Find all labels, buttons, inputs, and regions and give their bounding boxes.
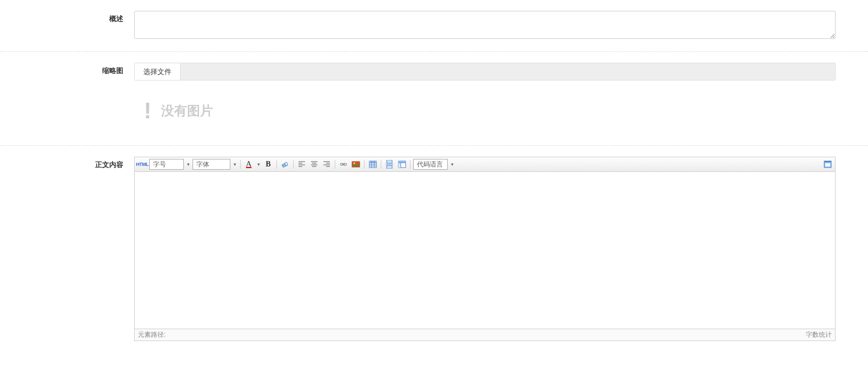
code-language-dropdown-arrow[interactable]: ▾: [449, 159, 455, 170]
forecolor-dropdown-arrow[interactable]: ▾: [256, 159, 261, 170]
code-language-label: 代码语言: [417, 160, 443, 169]
chevron-down-icon: ▾: [450, 162, 454, 167]
code-language-select[interactable]: 代码语言: [413, 159, 448, 170]
pagebreak-button[interactable]: [384, 159, 395, 170]
font-size-label: 字号: [153, 160, 166, 169]
align-center-icon: [310, 161, 318, 168]
word-count[interactable]: 字数统计: [806, 330, 832, 339]
content-label: 正文内容: [0, 157, 134, 341]
thumbnail-label: 缩略图: [0, 63, 134, 135]
html-icon: HTML: [136, 162, 149, 167]
summary-row: 概述: [0, 0, 868, 52]
font-family-label: 字体: [196, 160, 209, 169]
svg-rect-36: [825, 163, 830, 166]
editor-toolbar: HTML 字号 ▾ 字体 ▾ A ▾: [135, 157, 835, 172]
thumbnail-row: 缩略图 选择文件 ! 没有图片: [0, 52, 868, 146]
eraser-icon: [281, 160, 289, 169]
toolbar-separator: [276, 160, 277, 169]
toolbar-separator: [293, 160, 294, 169]
element-path: 元素路径:: [138, 330, 165, 339]
insert-image-button[interactable]: [350, 159, 361, 170]
svg-rect-31: [399, 163, 401, 168]
align-left-button[interactable]: [296, 159, 307, 170]
svg-rect-27: [387, 165, 392, 169]
source-html-button[interactable]: HTML: [137, 159, 148, 170]
toolbar-separator: [364, 160, 365, 169]
align-left-icon: [298, 161, 306, 168]
font-size-dropdown-arrow[interactable]: ▾: [185, 159, 191, 170]
editor-content-area[interactable]: [135, 172, 835, 329]
svg-point-18: [354, 163, 355, 164]
chevron-down-icon: ▾: [256, 162, 261, 167]
link-button[interactable]: [338, 159, 349, 170]
eraser-button[interactable]: [280, 159, 290, 170]
insert-table-button[interactable]: [367, 159, 378, 170]
font-family-dropdown-arrow[interactable]: ▾: [232, 159, 237, 170]
choose-file-button[interactable]: 选择文件: [135, 63, 181, 80]
align-right-button[interactable]: [321, 159, 332, 170]
template-icon: [398, 161, 406, 168]
no-image-placeholder: ! 没有图片: [134, 81, 836, 135]
content-input-col: HTML 字号 ▾ 字体 ▾ A ▾: [134, 157, 868, 341]
table-icon: [369, 161, 377, 168]
image-icon: [352, 161, 360, 168]
fullscreen-icon: [824, 161, 832, 168]
bold-button[interactable]: B: [263, 159, 274, 170]
chevron-down-icon: ▾: [233, 162, 237, 167]
editor-statusbar: 元素路径: 字数统计: [135, 329, 835, 341]
toolbar-separator: [335, 160, 335, 169]
no-image-text: 没有图片: [161, 102, 213, 119]
fullscreen-button[interactable]: [822, 159, 833, 170]
bold-icon: B: [266, 160, 270, 169]
thumbnail-input-col: 选择文件 ! 没有图片: [134, 63, 868, 135]
file-upload-bar: 选择文件: [134, 63, 836, 81]
font-family-select[interactable]: 字体: [193, 159, 230, 170]
toolbar-separator: [240, 160, 241, 169]
svg-rect-26: [387, 160, 392, 163]
exclamation-icon: !: [144, 98, 151, 124]
summary-label: 概述: [0, 11, 134, 41]
toolbar-separator: [410, 160, 410, 169]
toolbar-separator: [381, 160, 381, 169]
font-size-select[interactable]: 字号: [149, 159, 184, 170]
rich-text-editor: HTML 字号 ▾ 字体 ▾ A ▾: [134, 157, 836, 341]
content-row: 正文内容 HTML 字号 ▾ 字体 ▾: [0, 146, 868, 352]
align-right-icon: [323, 161, 330, 168]
link-icon: [339, 161, 348, 168]
align-center-button[interactable]: [309, 159, 320, 170]
template-button[interactable]: [396, 159, 407, 170]
summary-textarea[interactable]: [134, 11, 836, 39]
summary-input-col: [134, 11, 868, 41]
forecolor-icon: A: [246, 161, 252, 168]
chevron-down-icon: ▾: [186, 162, 190, 167]
forecolor-button[interactable]: A: [243, 159, 254, 170]
svg-rect-35: [824, 161, 831, 162]
pagebreak-icon: [386, 160, 393, 169]
